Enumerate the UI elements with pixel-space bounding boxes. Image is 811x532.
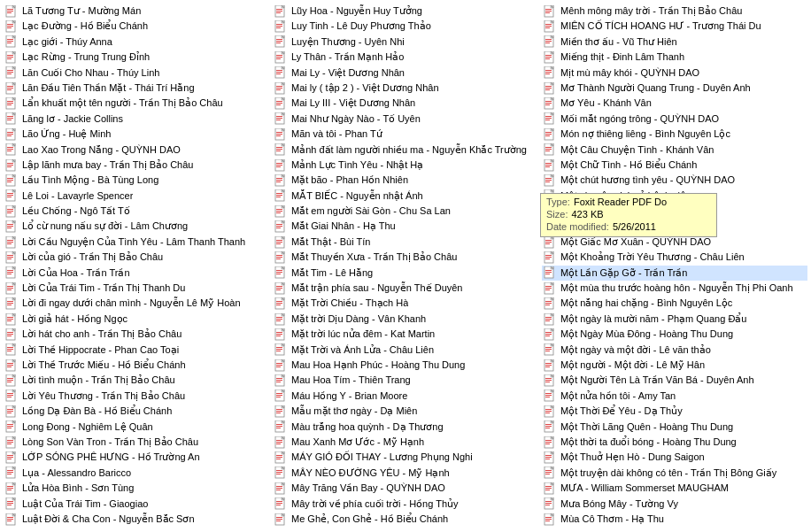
list-item[interactable]: Mai ly ( tập 2 ) - Việt Dương Nhân [273, 81, 538, 96]
list-item[interactable]: Lao Xao Trong Nắng - QUỲNH DAO [4, 143, 269, 158]
list-item[interactable]: Mắt Giai Nhân - Hạ Thu [273, 219, 538, 234]
list-item[interactable]: Lê Loi - Lavayrle Spencer [4, 189, 269, 204]
list-item[interactable]: Lã Tương Tư - Mường Mán [4, 4, 269, 19]
list-item[interactable]: MÂY NÈO ĐƯỜNG YÊU - Mỹ Hạnh [273, 466, 538, 481]
list-item[interactable]: Một Khoảng Trời Yêu Thương - Châu Liên [542, 250, 807, 265]
svg-rect-189 [7, 486, 13, 487]
file-icon [544, 328, 558, 341]
list-item[interactable]: Mẫu mặt thơ ngày - Dạ Miên [273, 404, 538, 419]
list-item[interactable]: Lổ cừ nung nấu sự đời - Lâm Chương [4, 219, 269, 234]
list-item[interactable]: Lăn Đầu Tiên Thần Mặt - Thái Trí Hằng [4, 81, 269, 96]
list-item[interactable]: Mắt Thuyền Xưa - Trần Thị Bảo Châu [273, 250, 538, 265]
list-item[interactable]: Lầu Tình Mộng - Bà Tùng Long [4, 173, 269, 188]
list-item[interactable]: Một truyện dài không có tên - Trần Thị B… [542, 466, 807, 481]
list-item[interactable]: Mơ Yêu - Khánh Vân [542, 96, 807, 111]
list-item[interactable]: Miếng thịt - Đinh Lâm Thanh [542, 50, 807, 65]
list-item[interactable]: Lão Ứng - Huệ Minh [4, 127, 269, 142]
list-item[interactable]: Lời giả hát - Hồng Ngọc [4, 312, 269, 327]
list-item[interactable]: MÁY GIÓ ĐỔI THAY - Lương Phụng Nghi [273, 450, 538, 465]
list-item[interactable]: Mau Xanh Mơ Ước - Mỹ Hạnh [273, 435, 538, 450]
list-item[interactable]: Lăng lơ - Jackie Collins [4, 112, 269, 127]
list-item[interactable]: Mặt trời Dịu Dàng - Vân Khanh [273, 312, 538, 327]
list-item[interactable]: Mây Trăng Vần Bay - QUỲNH DAO [273, 481, 538, 496]
list-item[interactable]: Mưa Bóng Mây - Tường Vy [542, 497, 807, 512]
list-item[interactable]: Mặt trời lúc nửa đêm - Kat Martin [273, 327, 538, 342]
list-item[interactable]: Lời Thề Trước Miếu - Hồ Biểu Chánh [4, 358, 269, 373]
list-item[interactable]: Luyện Thương - Uyên Nhi [273, 35, 538, 50]
list-item[interactable]: Lời hát cho anh - Trần Thị Bảo Châu [4, 327, 269, 342]
list-item[interactable]: Mắt em người Sài Gòn - Chu Sa Lan [273, 204, 538, 219]
list-item[interactable]: Một Người Tên Là Trần Văn Bá - Duyên Anh [542, 373, 807, 388]
list-item[interactable]: Lời Của Trái Tim - Trần Thị Thanh Du [4, 281, 269, 296]
list-item[interactable]: Lời Yêu Thương - Trần Thị Bảo Châu [4, 389, 269, 404]
list-item[interactable]: Long Đong - Nghiêm Lệ Quân [4, 420, 269, 435]
list-item[interactable]: Lạc Đường - Hồ Biểu Chánh [4, 19, 269, 34]
list-item[interactable]: Mắt Thật - Bùi Tín [273, 235, 538, 250]
list-item[interactable]: Một Câu Chuyện Tình - Khánh Vân [542, 143, 807, 158]
list-item[interactable]: Một ngày và một đời - Lê văn thảo [542, 343, 807, 358]
list-item[interactable]: Lời tình muộn - Trần Thị Bảo Châu [4, 373, 269, 388]
list-item[interactable]: Miền thơ ấu - Vũ Thư Hiên [542, 35, 807, 50]
list-item[interactable]: Lụa - Alessandro Baricco [4, 466, 269, 481]
list-item[interactable]: Món nợ thiêng liêng - Bình Nguyên Lộc [542, 127, 807, 142]
list-item[interactable]: MẮT BIẾC - Nguyễn nhật Ánh [273, 189, 538, 204]
list-item[interactable]: Một nắng hai chặng - Bình Nguyên Lộc [542, 296, 807, 311]
list-item[interactable]: Lập lãnh mưa bay - Trần Thị Bảo Châu [4, 158, 269, 173]
list-item[interactable]: Lẩn khuất một tên người - Trần Thị Bảo C… [4, 96, 269, 111]
list-item[interactable]: Một chút hương tình yêu - QUỲNH DAO [542, 173, 807, 188]
list-item[interactable]: Lạc giới - Thúy Anna [4, 35, 269, 50]
list-item[interactable]: Lời đi ngay dưới chân mình - Nguyễn Lê M… [4, 296, 269, 311]
list-item[interactable]: Một mùa thu trước hoàng hôn - Nguyễn Thị… [542, 281, 807, 296]
list-item[interactable]: Lời Của Hoa - Trần Trần [4, 266, 269, 281]
list-item[interactable]: Một Thuở Hẹn Hò - Dung Saigon [542, 450, 807, 465]
list-item[interactable]: Lũy Hoa - Nguyễn Huy Tưởng [273, 4, 538, 19]
list-item[interactable]: Mối mắt ngóng trông - QUỲNH DAO [542, 112, 807, 127]
list-item[interactable]: Mơ Thành Người Quang Trung - Duyên Anh [542, 81, 807, 96]
list-item[interactable]: Luy Tinh - Lê Duy Phương Thảo [273, 19, 538, 34]
list-item[interactable]: MƯA - William Sommerset MAUGHAM [542, 481, 807, 496]
list-item[interactable]: Lòng Son Vàn Tron - Trần Thị Bảo Châu [4, 435, 269, 450]
list-item[interactable]: Một Thời Lãng Quên - Hoàng Thu Dung [542, 420, 807, 435]
list-item[interactable]: Màu trắng hoa quỳnh - Dạ Thương [273, 420, 538, 435]
list-item[interactable]: Một Lần Gặp Gỡ - Trần Trần [542, 266, 807, 281]
list-item[interactable]: Lửa Hòa Bình - Sơn Tùng [4, 481, 269, 496]
list-item[interactable]: Lời của gió - Trần Thị Bảo Châu [4, 250, 269, 265]
list-item[interactable]: Một Ngày Mùa Đông - Hoàng Thu Dung [542, 327, 807, 342]
list-item[interactable]: Mắt Tim - Lê Hằng [273, 266, 538, 281]
list-item[interactable]: MIÊN CỔ TÍCH HOANG HƯ - Trương Thái Du [542, 19, 807, 34]
list-item[interactable]: Ly Thân - Trần Mạnh Hảo [273, 50, 538, 65]
list-item[interactable]: Mai Như Ngày Nào - Tố Uyên [273, 112, 538, 127]
list-item[interactable]: Mặt Trời và Ánh Lửa - Châu Liên [273, 343, 538, 358]
list-item[interactable]: Lời Thề Hippocrate - Phan Cao Toại [4, 343, 269, 358]
list-item[interactable]: Lăn Cuối Cho Nhau - Thúy Linh [4, 66, 269, 81]
list-item[interactable]: Mùa Cô Thơm - Hạ Thu [542, 512, 807, 527]
list-item[interactable]: Mênh mông mây trời - Trần Thị Bảo Châu [542, 4, 807, 19]
list-item[interactable]: Mặt bão - Phan Hồn Nhiên [273, 173, 538, 188]
list-item[interactable]: Lạc Rừng - Trung Trung Đỉnh [4, 50, 269, 65]
list-item[interactable]: Một ngày là mười năm - Phạm Quang Đẩu [542, 312, 807, 327]
list-item[interactable]: Mịt mù mây khói - QUỲNH DAO [542, 66, 807, 81]
list-item[interactable]: Mắt trận phía sau - Nguyễn Thế Duyên [273, 281, 538, 296]
list-item[interactable]: Luật Của Trái Tim - Giaogiao [4, 497, 269, 512]
list-item[interactable]: Lều Chống - Ngô Tất Tố [4, 204, 269, 219]
list-item[interactable]: Me Ghẻ, Con Ghẻ - Hồ Biểu Chánh [273, 512, 538, 527]
list-item[interactable]: Lời Cầu Nguyện Của Tình Yêu - Lâm Thanh … [4, 235, 269, 250]
list-item[interactable]: Mai Ly III - Việt Dương Nhân [273, 96, 538, 111]
list-item[interactable]: Máu Hồng Y - Brian Moore [273, 389, 538, 404]
list-item[interactable]: Mảnh Lực Tình Yêu - Nhật Hạ [273, 158, 538, 173]
list-item[interactable]: Một người - Một đời - Lê Mỹ Hân [542, 358, 807, 373]
list-item[interactable]: Mãn và tôi - Phan Tứ [273, 127, 538, 142]
list-item[interactable]: Luật Đời & Cha Con - Nguyễn Bắc Sơn [4, 512, 269, 527]
list-item[interactable]: Mảnh đất làm người nhiều ma - Nguyễn Khắ… [273, 143, 538, 158]
list-item[interactable]: Một Chữ Tình - Hồ Biểu Chánh [542, 158, 807, 173]
list-item[interactable]: Một thời ta đuổi bóng - Hoàng Thu Dung [542, 435, 807, 450]
list-item[interactable]: Mau Hoa Tím - Thiên Trang [273, 373, 538, 388]
list-item[interactable]: Một Thời Để Yêu - Dạ Thủy [542, 404, 807, 419]
list-item[interactable]: Mây trời về phía cuối trời - Hồng Thủy [273, 497, 538, 512]
list-item[interactable]: Mau Hoa Hạnh Phúc - Hoàng Thu Dung [273, 358, 538, 373]
list-item[interactable]: Lồng Dạ Đàn Bà - Hồ Biểu Chánh [4, 404, 269, 419]
list-item[interactable]: LỚP SÓNG PHÊ HƯNG - Hồ Trường An [4, 450, 269, 465]
list-item[interactable]: Một nửa hồn tôi - Amy Tan [542, 389, 807, 404]
list-item[interactable]: Mai Ly - Việt Dương Nhân [273, 66, 538, 81]
list-item[interactable]: Mặt Trời Chiều - Thạch Hà [273, 296, 538, 311]
